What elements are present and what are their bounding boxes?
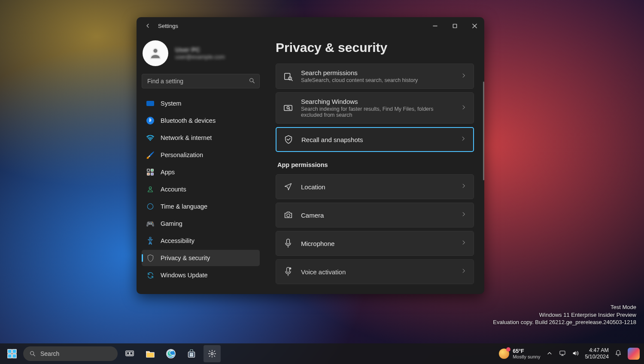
titlebar: Settings: [137, 17, 484, 34]
svg-point-7: [149, 187, 151, 189]
svg-rect-30: [190, 355, 191, 356]
voice-icon: [283, 267, 293, 276]
update-icon: [146, 271, 155, 279]
card-title: Camera: [301, 212, 453, 219]
settings-taskbar-button[interactable]: [204, 345, 221, 362]
nav-privacy[interactable]: Privacy & security: [142, 250, 260, 266]
nav-apps[interactable]: Apps: [142, 164, 260, 180]
edge-button[interactable]: [162, 345, 179, 362]
tray-monitor-icon[interactable]: [559, 350, 566, 358]
close-button[interactable]: [465, 17, 484, 34]
tray-chevron-icon[interactable]: [546, 350, 553, 358]
brush-icon: 🖌️: [146, 151, 155, 159]
nav-list: System Bluetooth & devices Network & int…: [142, 95, 260, 283]
svg-rect-28: [190, 353, 191, 355]
svg-rect-24: [127, 352, 129, 355]
system-tray: 65°F Mostly sunny 4:47 AM 5/10/2024: [499, 347, 640, 360]
nav-label: System: [161, 100, 181, 107]
nav-label: Network & internet: [161, 134, 212, 141]
chevron-right-icon: [461, 73, 467, 80]
taskbar: Search 65°F Mostly sunny 4:47 AM 5/10/20…: [0, 343, 644, 364]
card-title: Microphone: [301, 240, 453, 247]
start-button[interactable]: [4, 346, 20, 361]
person-icon: [146, 185, 155, 194]
svg-point-14: [287, 214, 290, 217]
tray-notifications-icon[interactable]: [615, 350, 622, 358]
system-icon: [146, 99, 155, 108]
minimize-button[interactable]: [425, 17, 445, 34]
nav-label: Accounts: [161, 186, 186, 193]
nav-system[interactable]: System: [142, 95, 260, 112]
nav-label: Gaming: [161, 220, 182, 227]
tray-volume-icon[interactable]: [572, 350, 579, 358]
store-button[interactable]: [183, 345, 200, 362]
recall-icon: [283, 135, 294, 144]
maximize-button[interactable]: [445, 17, 465, 34]
back-button[interactable]: [140, 18, 155, 33]
svg-rect-0: [453, 24, 456, 27]
scrollbar-thumb[interactable]: [483, 82, 484, 180]
card-title: Recall and snapshots: [301, 136, 453, 143]
weather-temp: 65°F: [513, 348, 540, 354]
svg-rect-6: [151, 173, 154, 176]
sidebar-search: [142, 74, 260, 88]
watermark-line: Test Mode: [493, 303, 636, 311]
nav-accessibility[interactable]: Accessibility: [142, 233, 260, 249]
nav-bluetooth[interactable]: Bluetooth & devices: [142, 112, 260, 129]
tray-clock[interactable]: 4:47 AM 5/10/2024: [585, 347, 609, 360]
card-microphone[interactable]: Microphone: [276, 231, 474, 256]
avatar: [143, 40, 168, 66]
microphone-icon: [283, 239, 293, 248]
chevron-right-icon: [461, 183, 467, 191]
svg-point-2: [250, 79, 253, 82]
nav-gaming[interactable]: 🎮 Gaming: [142, 215, 260, 232]
card-searching-windows[interactable]: Searching Windows Search indexing for fa…: [276, 92, 474, 124]
sidebar: User PC user@example.com System Bluetoot…: [137, 34, 265, 294]
file-explorer-button[interactable]: [142, 345, 159, 362]
card-subtitle: SafeSearch, cloud content search, search…: [301, 77, 453, 83]
card-recall-snapshots[interactable]: Recall and snapshots: [276, 127, 474, 152]
svg-rect-25: [130, 352, 133, 355]
nav-label: Windows Update: [161, 272, 208, 279]
card-title: Location: [301, 183, 453, 191]
profile-block[interactable]: User PC user@example.com: [142, 38, 260, 73]
svg-point-17: [289, 268, 291, 269]
tray-time: 4:47 AM: [585, 347, 609, 354]
searching-windows-icon: [283, 103, 293, 113]
search-input[interactable]: [142, 74, 260, 88]
tray-date: 5/10/2024: [585, 354, 609, 360]
task-view-button[interactable]: [121, 345, 138, 362]
clock-icon: [146, 202, 155, 211]
card-location[interactable]: Location: [276, 174, 474, 199]
svg-rect-10: [285, 73, 290, 79]
taskbar-search[interactable]: Search: [23, 346, 118, 361]
card-search-permissions[interactable]: Search permissions SafeSearch, cloud con…: [276, 64, 474, 89]
svg-rect-21: [12, 354, 16, 358]
weather-icon: [499, 349, 509, 359]
profile-name: User PC: [175, 46, 225, 54]
svg-rect-19: [12, 349, 16, 353]
nav-network[interactable]: Network & internet: [142, 130, 260, 146]
svg-point-32: [211, 353, 213, 355]
search-permissions-icon: [283, 72, 293, 81]
nav-label: Privacy & security: [161, 255, 210, 261]
nav-label: Personalization: [161, 152, 203, 158]
nav-time[interactable]: Time & language: [142, 198, 260, 215]
svg-rect-15: [287, 239, 290, 244]
section-app-permissions: App permissions: [277, 161, 474, 168]
card-camera[interactable]: Camera: [276, 203, 474, 228]
content-pane: Privacy & security Search permissions Sa…: [265, 34, 484, 294]
svg-rect-31: [192, 355, 193, 356]
nav-personalization[interactable]: 🖌️ Personalization: [142, 147, 260, 163]
card-title: Search permissions: [301, 69, 453, 76]
chevron-right-icon: [461, 211, 467, 219]
watermark-line: Evaluation copy. Build 26212.ge_prerelea…: [493, 318, 636, 326]
copilot-button[interactable]: [628, 348, 640, 360]
card-voice-activation[interactable]: Voice activation: [276, 259, 474, 284]
nav-update[interactable]: Windows Update: [142, 267, 260, 283]
nav-accounts[interactable]: Accounts: [142, 181, 260, 197]
weather-widget[interactable]: 65°F Mostly sunny: [499, 348, 540, 359]
nav-label: Accessibility: [161, 237, 194, 244]
svg-point-1: [153, 49, 158, 53]
svg-rect-3: [147, 169, 150, 172]
